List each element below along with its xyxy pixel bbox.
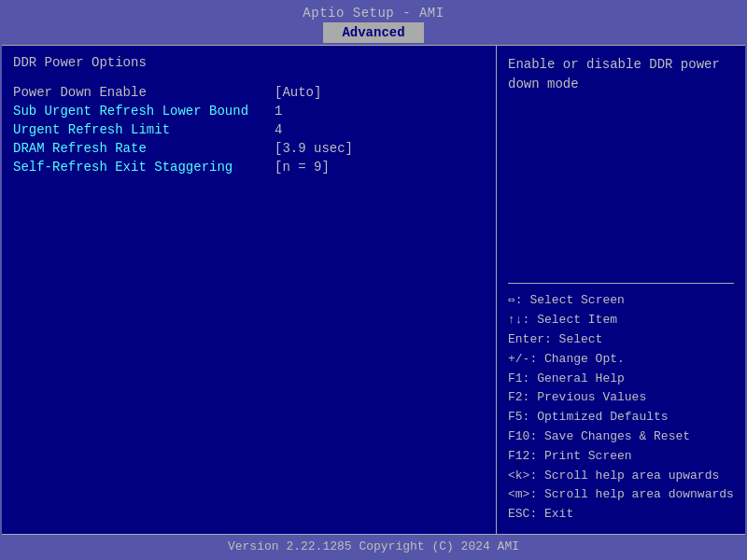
setting-value-2: 4 bbox=[275, 122, 282, 137]
app-title: Aptio Setup - AMI bbox=[303, 6, 444, 21]
key-help-item-3: +/-: Change Opt. bbox=[508, 350, 734, 370]
tab-bar: Advanced bbox=[0, 21, 747, 43]
help-text: Enable or disable DDR power down mode bbox=[508, 55, 734, 94]
settings-container: Power Down Enable[Auto]Sub Urgent Refres… bbox=[13, 85, 485, 175]
key-help: ⇔: Select Screen↑↓: Select ItemEnter: Se… bbox=[508, 291, 734, 525]
setting-label-4: Self-Refresh Exit Staggering bbox=[13, 160, 275, 175]
setting-value-0: [Auto] bbox=[275, 85, 321, 100]
title-bar: Aptio Setup - AMI bbox=[0, 0, 747, 21]
divider bbox=[508, 283, 734, 284]
key-help-item-6: F5: Optimized Defaults bbox=[508, 408, 734, 427]
left-panel: DDR Power Options Power Down Enable[Auto… bbox=[2, 46, 497, 534]
right-panel: Enable or disable DDR power down mode ⇔:… bbox=[497, 46, 745, 534]
setting-row-0[interactable]: Power Down Enable[Auto] bbox=[13, 85, 485, 100]
key-help-item-9: <k>: Scroll help area upwards bbox=[508, 467, 734, 486]
key-help-item-0: ⇔: Select Screen bbox=[508, 291, 734, 311]
main-content: DDR Power Options Power Down Enable[Auto… bbox=[2, 45, 745, 534]
setting-row-2[interactable]: Urgent Refresh Limit4 bbox=[13, 122, 485, 137]
setting-value-3: [3.9 usec] bbox=[275, 141, 353, 156]
setting-row-1[interactable]: Sub Urgent Refresh Lower Bound1 bbox=[13, 104, 485, 119]
key-help-item-4: F1: General Help bbox=[508, 370, 734, 389]
key-help-item-5: F2: Previous Values bbox=[508, 388, 734, 408]
key-help-item-11: ESC: Exit bbox=[508, 505, 734, 525]
setting-row-3[interactable]: DRAM Refresh Rate[3.9 usec] bbox=[13, 141, 485, 156]
footer-text: Version 2.22.1285 Copyright (C) 2024 AMI bbox=[228, 539, 519, 553]
key-help-item-7: F10: Save Changes & Reset bbox=[508, 427, 734, 447]
key-help-item-1: ↑↓: Select Item bbox=[508, 311, 734, 330]
key-help-item-8: F12: Print Screen bbox=[508, 447, 734, 467]
setting-label-1: Sub Urgent Refresh Lower Bound bbox=[13, 104, 275, 119]
setting-value-4: [n = 9] bbox=[275, 160, 330, 175]
setting-value-1: 1 bbox=[275, 104, 282, 119]
tab-advanced[interactable]: Advanced bbox=[323, 22, 423, 43]
setting-label-3: DRAM Refresh Rate bbox=[13, 141, 275, 156]
footer: Version 2.22.1285 Copyright (C) 2024 AMI bbox=[2, 534, 745, 558]
setting-row-4[interactable]: Self-Refresh Exit Staggering[n = 9] bbox=[13, 160, 485, 175]
setting-label-0: Power Down Enable bbox=[13, 85, 275, 100]
section-title: DDR Power Options bbox=[13, 55, 485, 70]
key-help-item-10: <m>: Scroll help area downwards bbox=[508, 485, 734, 505]
key-help-item-2: Enter: Select bbox=[508, 330, 734, 350]
setting-label-2: Urgent Refresh Limit bbox=[13, 122, 275, 137]
